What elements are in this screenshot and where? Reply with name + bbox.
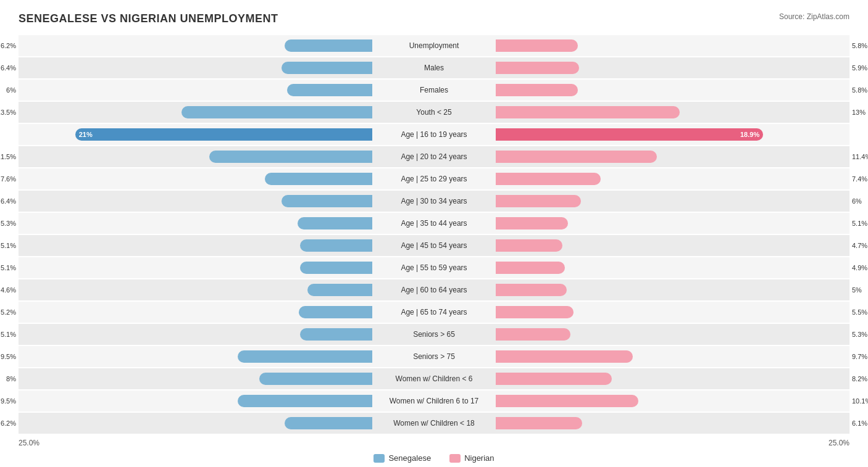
bar-row: 21% Age | 16 to 19 years 18.9%: [19, 124, 849, 145]
left-val-inside: 21%: [79, 131, 93, 138]
blue-bar: [298, 217, 372, 229]
center-label: Age | 60 to 64 years: [372, 286, 496, 294]
right-section: 4.7%: [496, 238, 849, 254]
center-label: Females: [372, 86, 496, 94]
left-section: 6.4%: [19, 60, 372, 76]
blue-bar: [299, 306, 372, 318]
bars-area: 6.4% Males 5.9%: [19, 60, 849, 76]
pink-bar: [496, 350, 633, 363]
right-value: 5.8%: [852, 86, 867, 94]
left-section: 5.1%: [19, 260, 372, 276]
left-section: 5.2%: [19, 304, 372, 320]
blue-bar: [282, 62, 372, 74]
left-value: 6.2%: [1, 419, 16, 427]
left-value: 13.5%: [0, 109, 16, 116]
center-label: Unemployment: [372, 41, 496, 50]
blue-bar: [259, 373, 372, 385]
bars-area: 6.2% Unemployment 5.8%: [19, 38, 849, 54]
blue-bar: [300, 328, 372, 341]
right-value: 5.1%: [852, 220, 867, 227]
right-section: 5.8%: [496, 38, 849, 54]
left-section: 4.6%: [19, 282, 372, 298]
left-section: 5.3%: [19, 215, 372, 231]
bars-area: 9.5% Seniors > 75 9.7%: [19, 349, 849, 365]
pink-bar: [496, 417, 582, 429]
right-value: 8.2%: [852, 375, 867, 382]
left-section: 9.5%: [19, 393, 372, 409]
right-section: 5.3%: [496, 326, 849, 342]
center-label: Age | 55 to 59 years: [372, 263, 496, 272]
right-value: 5%: [852, 286, 862, 294]
bars-area: 5.1% Age | 45 to 54 years 4.7%: [19, 238, 849, 254]
left-section: 8%: [19, 371, 372, 387]
pink-bar: [496, 62, 579, 74]
bar-row: 9.5% Women w/ Children 6 to 17 10.1%: [19, 391, 849, 411]
left-value: 4.6%: [1, 286, 16, 294]
bar-row: 6.4% Males 5.9%: [19, 57, 849, 78]
right-value: 4.9%: [852, 264, 867, 271]
blue-bar: [282, 195, 372, 207]
pink-bar: [496, 373, 612, 385]
right-section: 9.7%: [496, 349, 849, 365]
left-value: 9.5%: [1, 353, 16, 360]
bars-area: 5.1% Age | 55 to 59 years 4.9%: [19, 260, 849, 276]
right-value: 5.9%: [852, 64, 867, 72]
right-value: 6.1%: [852, 419, 867, 427]
left-value: 5.1%: [1, 331, 16, 338]
bars-area: 6.2% Women w/ Children < 18 6.1%: [19, 415, 849, 431]
bar-row: 5.2% Age | 65 to 74 years 5.5%: [19, 302, 849, 323]
right-section: 11.4%: [496, 149, 849, 165]
right-section: 10.1%: [496, 393, 849, 409]
bars-area: 6.4% Age | 30 to 34 years 6%: [19, 193, 849, 209]
bar-row: 11.5% Age | 20 to 24 years 11.4%: [19, 146, 849, 167]
right-value: 7.4%: [852, 175, 867, 183]
left-section: 6.4%: [19, 193, 372, 209]
right-section: 7.4%: [496, 171, 849, 187]
bars-area: 11.5% Age | 20 to 24 years 11.4%: [19, 149, 849, 165]
bar-row: 13.5% Youth < 25 13%: [19, 102, 849, 123]
right-value: 6%: [852, 197, 862, 205]
right-section: 5%: [496, 282, 849, 298]
legend-senegalese-label: Senegalese: [388, 453, 431, 463]
right-value: 10.1%: [852, 397, 868, 405]
left-section: 7.6%: [19, 171, 372, 187]
bars-area: 8% Women w/ Children < 6 8.2%: [19, 371, 849, 387]
legend-nigerian-color: [449, 454, 461, 463]
right-section: 5.8%: [496, 82, 849, 98]
bars-area: 21% Age | 16 to 19 years 18.9%: [19, 126, 849, 143]
pink-bar: [496, 39, 578, 52]
bars-area: 5.3% Age | 35 to 44 years 5.1%: [19, 215, 849, 231]
right-val-inside: 18.9%: [740, 131, 759, 138]
bars-area: 7.6% Age | 25 to 29 years 7.4%: [19, 171, 849, 187]
left-value: 7.6%: [1, 175, 16, 183]
legend-senegalese: Senegalese: [373, 453, 431, 463]
x-axis-right-label: 25.0%: [828, 439, 849, 447]
right-value: 4.7%: [852, 242, 867, 249]
bar-row: 5.1% Age | 45 to 54 years 4.7%: [19, 235, 849, 256]
left-section: 11.5%: [19, 149, 372, 165]
legend-senegalese-color: [373, 454, 385, 463]
right-value: 5.8%: [852, 42, 867, 49]
chart-title: SENEGALESE VS NIGERIAN UNEMPLOYMENT: [19, 12, 278, 25]
left-section: 13.5%: [19, 104, 372, 120]
bar-row: 7.6% Age | 25 to 29 years 7.4%: [19, 168, 849, 189]
bar-row: 9.5% Seniors > 75 9.7%: [19, 346, 849, 367]
bars-area: 4.6% Age | 60 to 64 years 5%: [19, 282, 849, 298]
bar-row: 6.2% Women w/ Children < 18 6.1%: [19, 413, 849, 434]
right-value: 13%: [852, 109, 866, 116]
bars-area: 13.5% Youth < 25 13%: [19, 104, 849, 120]
center-label: Youth < 25: [372, 108, 496, 117]
right-section: 18.9%: [496, 126, 849, 143]
x-axis-left-label: 25.0%: [19, 439, 40, 447]
center-label: Age | 65 to 74 years: [372, 308, 496, 316]
center-label: Age | 45 to 54 years: [372, 241, 496, 250]
pink-bar: [496, 217, 568, 229]
blue-bar: [300, 262, 372, 274]
pink-bar: [496, 106, 680, 118]
blue-bar: [285, 417, 372, 429]
right-section: 5.9%: [496, 60, 849, 76]
bar-row: 5.1% Seniors > 65 5.3%: [19, 324, 849, 345]
pink-bar: [496, 395, 638, 407]
blue-bar: [238, 350, 372, 363]
pink-bar: [496, 306, 574, 318]
